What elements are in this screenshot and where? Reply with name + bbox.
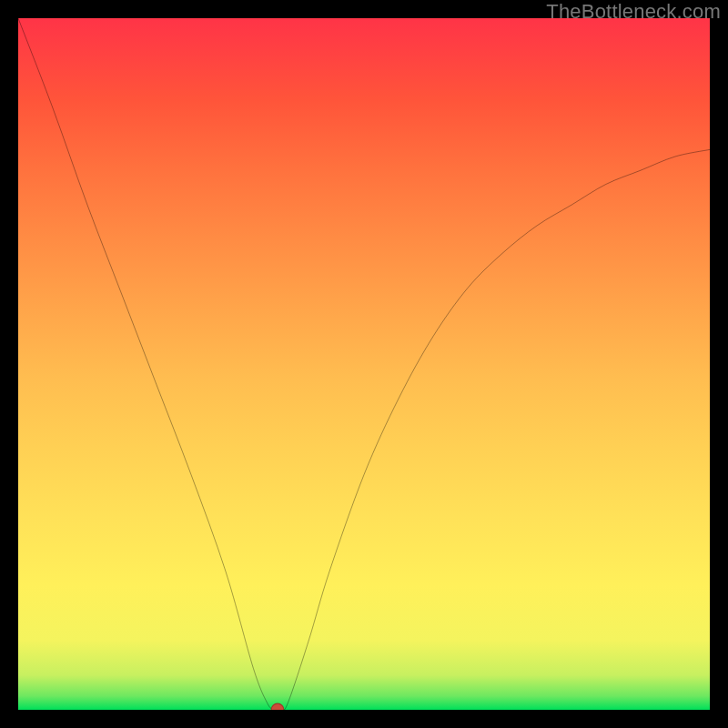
bottleneck-curve (18, 18, 710, 710)
curve-svg (18, 18, 710, 710)
watermark-text: TheBottleneck.com (546, 0, 721, 24)
minimum-marker (271, 703, 284, 710)
plot-area (18, 18, 710, 710)
chart-frame: TheBottleneck.com (0, 0, 728, 728)
